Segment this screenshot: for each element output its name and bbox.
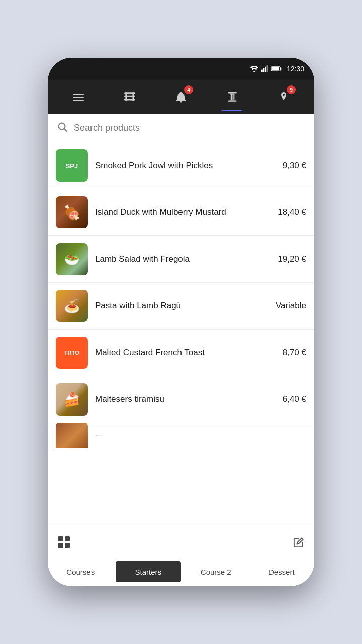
product-price: Variable [276,301,306,311]
list-item[interactable]: 🥗 Lamb Salad with Fregola 19,20 € [48,236,314,283]
status-icons: 12:30 [250,65,304,73]
svg-point-20 [283,94,285,96]
product-price: 9,30 € [283,160,306,171]
svg-rect-2 [263,68,264,72]
list-item[interactable]: ··· [48,423,314,448]
svg-rect-3 [265,67,266,72]
nav-restaurant-button[interactable] [218,83,246,111]
product-thumb-tiramisu: 🍰 [56,383,88,416]
grid-view-button[interactable] [58,536,70,548]
restaurant-icon [226,91,239,104]
product-name: Pasta with Lamb Ragù [95,300,268,311]
product-thumb-frto: FRTO [56,337,88,369]
nav-menu-button[interactable] [64,83,93,111]
search-bar [48,114,314,142]
tabs-bar: Courses Starters Course 2 Dessert [48,557,314,586]
list-item[interactable]: 🍝 Pasta with Lamb Ragù Variable [48,283,314,330]
tab-starters[interactable]: Starters [116,561,182,582]
svg-point-0 [253,71,255,72]
svg-rect-4 [266,65,268,72]
tab-courses[interactable]: Courses [48,557,114,586]
list-item[interactable]: 🍰 Maltesers tiramisu 6,40 € [48,376,314,423]
product-list: SPJ Smoked Pork Jowl with Pickles 9,30 €… [48,142,314,527]
product-price: 19,20 € [278,254,306,264]
product-thumb-pasta: 🍝 [56,290,88,322]
product-name: Smoked Pork Jowl with Pickles [95,160,276,171]
product-price: 8,70 € [283,348,306,358]
status-time: 12:30 [287,65,304,73]
nav-orders-button[interactable] [116,83,144,111]
food-emoji: 🥗 [64,252,80,267]
bottom-bar [48,527,314,557]
product-name: Maltesers tiramisu [95,394,276,405]
product-name: Island Duck with Mulberry Mustard [95,207,270,218]
product-name: Lamb Salad with Fregola [95,254,270,265]
svg-line-22 [64,129,67,131]
pin-badge: 9 [287,85,296,94]
battery-icon [272,66,282,72]
product-price: 6,40 € [283,394,306,405]
nav-pin-button[interactable]: 9 [269,83,298,111]
top-nav: 4 9 [48,80,314,114]
svg-rect-16 [228,101,236,102]
product-price: 18,40 € [278,207,306,217]
food-emoji: 🍝 [64,298,80,314]
tab-dessert[interactable]: Dessert [249,557,315,586]
svg-point-13 [180,101,182,103]
svg-rect-6 [272,67,279,70]
food-emoji: 🍰 [64,392,80,408]
signal-icon [261,65,268,72]
product-name: Malted Custard French Toast [95,347,276,358]
status-bar: 12:30 [48,58,314,80]
svg-rect-11 [125,92,127,101]
search-input[interactable] [74,123,305,133]
edit-button[interactable] [293,537,304,548]
svg-rect-12 [132,92,134,101]
svg-rect-14 [228,92,236,93]
product-thumb-last [56,423,88,448]
notification-badge: 4 [184,85,193,94]
product-name: ··· [95,430,306,441]
list-item[interactable]: FRTO Malted Custard French Toast 8,70 € [48,330,314,376]
table-icon [123,91,136,104]
phone-frame: 12:30 4 [48,58,314,586]
product-thumb-duck: 🍖 [56,196,88,228]
app-content: SPJ Smoked Pork Jowl with Pickles 9,30 €… [48,114,314,586]
product-thumb-salad: 🥗 [56,243,88,275]
list-item[interactable]: 🍖 Island Duck with Mulberry Mustard 18,4… [48,189,314,236]
nav-notifications-button[interactable]: 4 [167,83,195,111]
tab-course2[interactable]: Course 2 [183,557,249,586]
wifi-icon [250,66,258,72]
svg-rect-1 [261,69,263,72]
product-thumb-spj: SPJ [56,149,88,182]
svg-rect-7 [280,68,281,70]
hamburger-icon [73,94,84,101]
food-emoji: 🍖 [64,205,80,220]
search-icon [57,121,68,135]
list-item[interactable]: SPJ Smoked Pork Jowl with Pickles 9,30 € [48,142,314,189]
